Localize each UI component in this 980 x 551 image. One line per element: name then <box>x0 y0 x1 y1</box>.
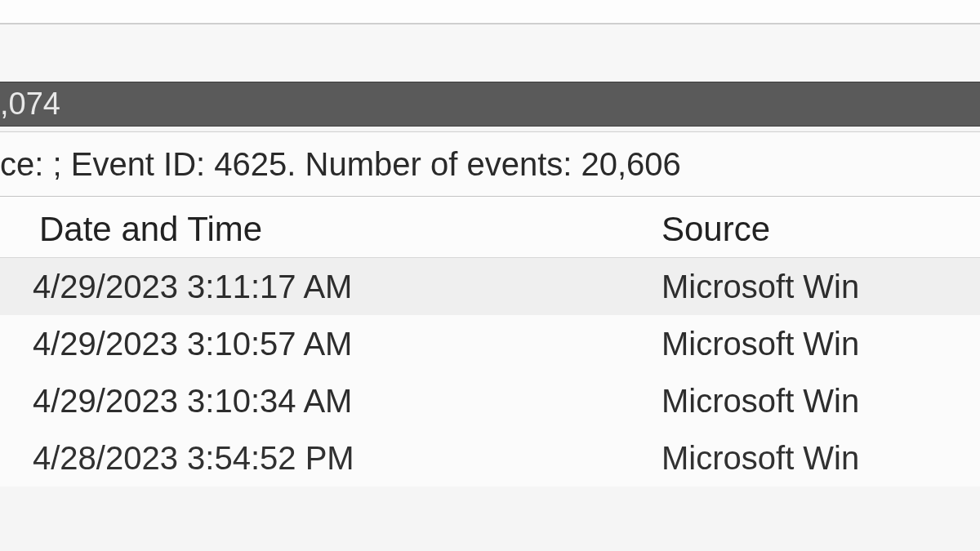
table-row[interactable]: 4/29/2023 3:10:34 AM Microsoft Win <box>0 372 980 429</box>
cell-source: Microsoft Win <box>662 326 980 362</box>
cell-date: 4/29/2023 3:10:57 AM <box>0 326 662 362</box>
cell-source: Microsoft Win <box>662 440 980 477</box>
filter-info: ce: ; Event ID: 4625. Number of events: … <box>0 132 980 196</box>
table-body: 4/29/2023 3:11:17 AM Microsoft Win 4/29/… <box>0 258 980 487</box>
event-count-partial: ,074 <box>0 87 60 122</box>
table-row[interactable]: 4/29/2023 3:10:57 AM Microsoft Win <box>0 315 980 372</box>
column-header-date[interactable]: Date and Time <box>0 210 662 249</box>
column-header-source-label: Source <box>662 210 770 248</box>
column-header-date-label: Date and Time <box>39 210 262 248</box>
cell-date: 4/28/2023 3:54:52 PM <box>0 440 662 477</box>
cell-date: 4/29/2023 3:10:34 AM <box>0 383 662 420</box>
spacer <box>0 24 980 82</box>
cell-source: Microsoft Win <box>662 269 980 305</box>
table-row[interactable]: 4/29/2023 3:11:17 AM Microsoft Win <box>0 258 980 315</box>
filter-info-wrap: ce: ; Event ID: 4625. Number of events: … <box>0 131 980 197</box>
cell-source: Microsoft Win <box>662 383 980 420</box>
event-count-bar: ,074 <box>0 82 980 127</box>
table-header: Date and Time Source <box>0 197 980 258</box>
filter-info-text: ce: ; Event ID: 4625. Number of events: … <box>0 146 681 183</box>
column-header-source[interactable]: Source <box>662 210 980 249</box>
cell-date: 4/29/2023 3:11:17 AM <box>0 269 662 305</box>
table-row[interactable]: 4/28/2023 3:54:52 PM Microsoft Win <box>0 429 980 487</box>
top-border <box>0 0 980 24</box>
